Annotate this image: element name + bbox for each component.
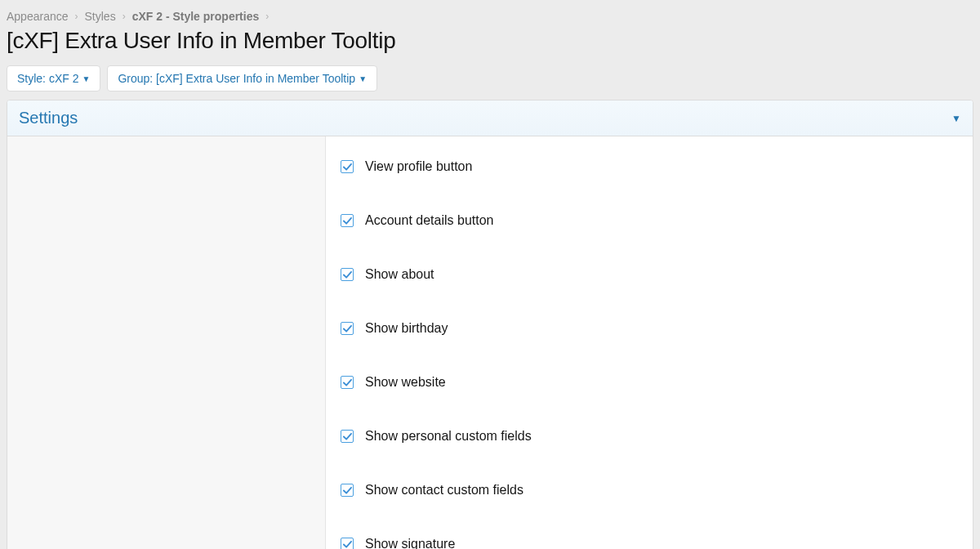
settings-panel-header[interactable]: Settings ▼: [7, 100, 973, 136]
checkbox-checked-icon: [341, 484, 354, 497]
group-selector[interactable]: Group: [cXF] Extra User Info in Member T…: [107, 65, 377, 92]
filter-row: Style: cXF 2 ▼ Group: [cXF] Extra User I…: [7, 65, 973, 92]
option-show-birthday[interactable]: Show birthday: [341, 311, 958, 365]
checkbox-checked-icon: [341, 214, 354, 227]
chevron-right-icon: ›: [75, 11, 78, 22]
option-label: Show contact custom fields: [365, 483, 523, 498]
caret-down-icon: ▼: [82, 74, 90, 83]
option-show-personal-custom-fields[interactable]: Show personal custom fields: [341, 419, 958, 473]
option-label: Show birthday: [365, 321, 448, 336]
breadcrumb-item[interactable]: Styles: [85, 10, 116, 23]
checkbox-checked-icon: [341, 376, 354, 389]
settings-panel: Settings ▼ View profile button Account d…: [7, 100, 973, 549]
option-show-website[interactable]: Show website: [341, 365, 958, 419]
caret-down-icon: ▼: [951, 113, 961, 124]
option-label: Show personal custom fields: [365, 429, 532, 444]
style-selector[interactable]: Style: cXF 2 ▼: [7, 65, 100, 92]
option-show-about[interactable]: Show about: [341, 257, 958, 311]
checkbox-checked-icon: [341, 538, 354, 549]
breadcrumb: Appearance › Styles › cXF 2 - Style prop…: [7, 7, 973, 25]
option-show-contact-custom-fields[interactable]: Show contact custom fields: [341, 473, 958, 527]
option-label: Show website: [365, 375, 446, 390]
page-title: [cXF] Extra User Info in Member Tooltip: [7, 28, 973, 54]
settings-panel-body: View profile button Account details butt…: [7, 136, 973, 549]
option-label: Account details button: [365, 213, 493, 228]
option-label: Show signature: [365, 537, 455, 549]
option-label: View profile button: [365, 159, 472, 174]
breadcrumb-item[interactable]: Appearance: [7, 10, 69, 23]
style-selector-label: Style: cXF 2: [17, 72, 78, 85]
breadcrumb-item[interactable]: cXF 2 - Style properties: [132, 10, 260, 23]
settings-panel-title: Settings: [19, 109, 78, 127]
checkbox-checked-icon: [341, 160, 354, 173]
settings-panel-left: [7, 136, 326, 549]
chevron-right-icon: ›: [265, 11, 269, 22]
chevron-right-icon: ›: [122, 11, 126, 22]
checkbox-checked-icon: [341, 322, 354, 335]
option-show-signature[interactable]: Show signature: [341, 527, 958, 549]
caret-down-icon: ▼: [359, 74, 367, 83]
option-label: Show about: [365, 267, 434, 282]
checkbox-checked-icon: [341, 268, 354, 281]
settings-panel-right: View profile button Account details butt…: [326, 136, 973, 549]
checkbox-checked-icon: [341, 430, 354, 443]
group-selector-label: Group: [cXF] Extra User Info in Member T…: [118, 72, 355, 85]
option-account-details-button[interactable]: Account details button: [341, 203, 958, 257]
option-view-profile-button[interactable]: View profile button: [341, 150, 958, 203]
